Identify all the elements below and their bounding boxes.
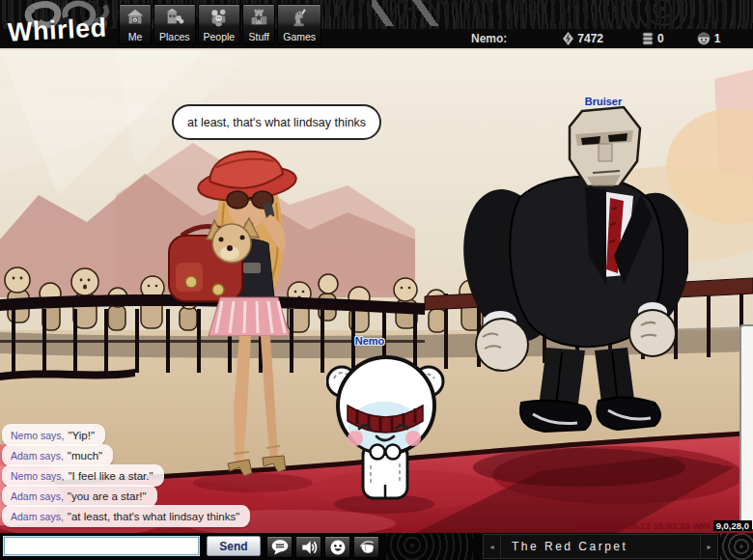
header-bar: Whirled Me Places	[0, 0, 753, 48]
send-button[interactable]: Send	[207, 536, 261, 556]
room-name[interactable]: The Red Carpet	[501, 540, 700, 553]
main-nav: Me Places People	[119, 4, 321, 44]
smiley-icon	[328, 538, 348, 557]
hand-icon	[357, 538, 376, 557]
chat-control-icons	[266, 536, 379, 558]
avatar-nemo[interactable]	[326, 350, 447, 506]
chat-speaker: Adam says,	[11, 490, 64, 502]
avatar-name-bruiser: Bruiser	[570, 96, 637, 107]
room-prev-button[interactable]: ◂	[484, 535, 501, 558]
flow-stat: 7472	[563, 32, 603, 45]
nav-me-button[interactable]: Me	[119, 4, 152, 44]
chat-history-row: Adam says,"you are a star!"	[2, 485, 157, 507]
nav-stuff-button[interactable]: Stuff	[242, 4, 275, 44]
nav-label: Me	[128, 32, 143, 42]
me-house-icon	[125, 7, 146, 28]
nav-games-button[interactable]: Games	[277, 4, 321, 44]
build-info: Build: 2007-08-13 15:03:23 WIN9,0,28,0	[575, 520, 752, 531]
chat-speaker: Adam says,	[11, 450, 64, 462]
nav-label: Places	[159, 32, 190, 42]
stuff-castle-star-icon	[248, 7, 269, 28]
hand-action-button[interactable]	[353, 536, 379, 558]
nav-label: Games	[283, 32, 316, 42]
chat-message: "you are a star!"	[68, 490, 147, 502]
nav-places-button[interactable]: Places	[153, 4, 196, 44]
nav-people-button[interactable]: People	[198, 4, 241, 44]
player-stats: Nemo: 7472 0	[454, 29, 749, 48]
avatar-name-nemo: Nemo	[341, 335, 399, 347]
coins-amount: 0	[657, 32, 664, 45]
chat-speaker: Nemo says,	[11, 430, 64, 441]
chat-message: "at least, that's what lindsay thinks"	[68, 511, 239, 522]
speech-bubble: at least, that's what lindsay thinks	[172, 104, 381, 140]
build-version: 9,0,28,0	[713, 520, 752, 531]
chat-history-row: Nemo says,"I feel like a star."	[2, 464, 164, 487]
whirled-logo[interactable]: Whirled	[4, 0, 120, 48]
avatar-bruiser[interactable]	[461, 101, 688, 439]
flow-lightning-icon	[563, 32, 573, 45]
nav-label: Stuff	[249, 32, 269, 42]
chat-input[interactable]	[4, 537, 199, 555]
chat-bubble-icon	[270, 538, 290, 557]
chat-speaker: Adam says,	[11, 511, 64, 522]
level-face-icon	[697, 32, 711, 45]
avatar-celebrity[interactable]	[162, 135, 341, 488]
room-scene[interactable]: Bruiser Nemo at least, that's what linds…	[0, 50, 753, 533]
coin-stack-icon	[642, 32, 654, 45]
chat-message: "much"	[68, 450, 102, 462]
footer-swirl-decor	[386, 533, 473, 560]
room-selector: ◂ The Red Carpet ▸	[483, 534, 718, 559]
chat-history-row: Nemo says,"Yip!"	[2, 424, 105, 446]
chat-history-row: Adam says,"much"	[2, 444, 113, 466]
logo-text: Whirled	[7, 13, 107, 47]
places-building-icon	[164, 7, 185, 28]
chat-history-row: Adam says,"at least, that's what lindsay…	[2, 505, 250, 527]
flow-amount: 7472	[577, 32, 603, 45]
build-text: Build: 2007-08-13 15:03:23 WIN	[575, 520, 711, 531]
chat-message: "Yip!"	[68, 430, 95, 441]
level-value: 1	[714, 32, 721, 45]
whirled-app: Whirled Me Places	[0, 0, 753, 560]
player-name-label: Nemo:	[471, 32, 507, 45]
emote-button[interactable]	[324, 536, 350, 558]
people-group-icon	[209, 7, 230, 28]
corner-swirl-decor	[720, 533, 753, 560]
diagonal-stripes-decor	[372, 0, 447, 26]
room-next-button[interactable]: ▸	[700, 535, 717, 558]
level-stat: 1	[697, 32, 721, 45]
volume-button[interactable]	[295, 536, 321, 558]
speaker-icon	[299, 538, 319, 557]
coins-stat: 0	[642, 32, 664, 45]
side-panel-edge[interactable]	[739, 324, 753, 529]
control-bar: Send	[0, 533, 753, 560]
chat-options-button[interactable]	[266, 536, 293, 558]
chat-speaker: Nemo says,	[11, 470, 64, 482]
chat-message: "I feel like a star."	[68, 470, 153, 482]
games-knight-icon	[289, 7, 310, 28]
nav-label: People	[204, 32, 236, 42]
